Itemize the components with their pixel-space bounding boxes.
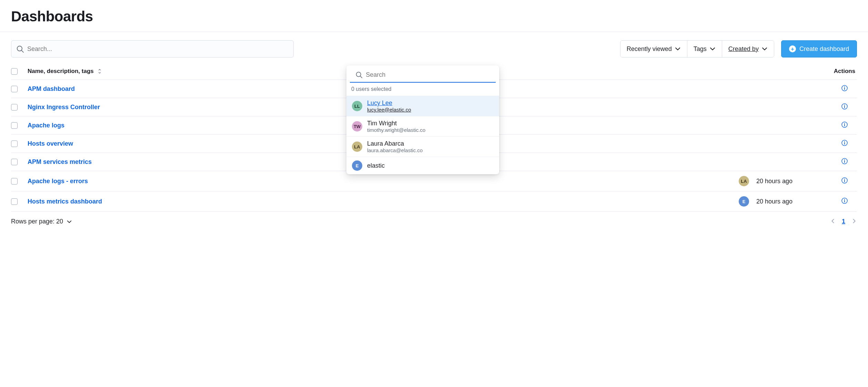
user-name: Tim Wright [367, 120, 425, 127]
info-icon[interactable] [841, 139, 848, 148]
info-icon[interactable] [841, 197, 848, 206]
creator-avatar[interactable]: LA [739, 176, 749, 186]
search-icon [355, 71, 362, 79]
chevron-down-icon [67, 219, 72, 224]
user-email: laura.abarca@elastic.co [367, 147, 423, 153]
create-dashboard-button[interactable]: Create dashboard [781, 40, 857, 57]
search-box[interactable] [11, 40, 294, 57]
page-title: Dashboards [11, 8, 857, 25]
user-option[interactable]: TWTim Wrighttimothy.wright@elastic.co [346, 116, 499, 136]
filter-created-by[interactable]: Created by [722, 41, 774, 57]
page-next[interactable] [851, 218, 857, 225]
row-checkbox[interactable] [11, 178, 18, 185]
popover-search-input[interactable] [366, 71, 490, 79]
info-icon[interactable] [841, 177, 848, 185]
chevron-down-icon [709, 46, 716, 52]
popover-status: 0 users selected [346, 83, 499, 96]
user-email: lucy.lee@elastic.co [367, 107, 411, 113]
info-icon[interactable] [841, 158, 848, 166]
user-option[interactable]: Eelastic [346, 157, 499, 174]
table-row: Hosts metrics dashboardE20 hours ago [11, 191, 857, 212]
updated-time: 20 hours ago [756, 198, 832, 205]
filter-recently-viewed[interactable]: Recently viewed [620, 41, 687, 57]
filter-tags[interactable]: Tags [687, 41, 722, 57]
created-by-popover: 0 users selected LLLucy Leelucy.lee@elas… [346, 65, 499, 174]
info-icon[interactable] [841, 121, 848, 129]
column-header-label: Name, description, tags [28, 68, 94, 75]
dashboard-link[interactable]: APM services metrics [28, 158, 92, 166]
create-button-label: Create dashboard [799, 45, 849, 53]
dashboard-link[interactable]: Hosts metrics dashboard [28, 198, 102, 205]
table-footer: Rows per page: 20 1 [0, 212, 868, 231]
column-actions-header: Actions [832, 68, 857, 75]
filter-label: Created by [728, 45, 759, 53]
page-prev[interactable] [830, 218, 836, 225]
filter-label: Recently viewed [627, 45, 672, 53]
user-name: elastic [367, 162, 385, 169]
filter-label: Tags [694, 45, 707, 53]
user-name: Lucy Lee [367, 100, 411, 107]
creator-avatar[interactable]: E [739, 196, 749, 207]
popover-search[interactable] [350, 67, 496, 83]
page-header: Dashboards [0, 0, 868, 32]
search-input[interactable] [27, 45, 289, 53]
dashboard-link[interactable]: Apache logs [28, 122, 64, 129]
info-icon[interactable] [841, 85, 848, 93]
toolbar: Recently viewed Tags Created by Create d… [0, 32, 868, 63]
rows-per-page-label: Rows per page: 20 [11, 218, 63, 225]
rows-per-page[interactable]: Rows per page: 20 [11, 218, 72, 225]
row-checkbox[interactable] [11, 140, 18, 147]
row-checkbox[interactable] [11, 122, 18, 129]
dashboard-link[interactable]: APM dashboard [28, 85, 75, 93]
select-all-checkbox[interactable] [11, 68, 18, 75]
row-checkbox[interactable] [11, 198, 18, 205]
page-number[interactable]: 1 [842, 218, 845, 225]
user-avatar: LA [352, 142, 362, 152]
sort-icon [97, 68, 103, 74]
dashboard-link[interactable]: Nginx Ingress Controller [28, 104, 100, 111]
filter-group: Recently viewed Tags Created by [620, 40, 774, 57]
dashboard-link[interactable]: Apache logs - errors [28, 178, 88, 185]
user-option[interactable]: LALaura Abarcalaura.abarca@elastic.co [346, 136, 499, 157]
user-email: timothy.wright@elastic.co [367, 127, 425, 133]
row-checkbox[interactable] [11, 104, 18, 111]
pagination: 1 [830, 218, 857, 225]
chevron-down-icon [761, 46, 768, 52]
user-avatar: TW [352, 121, 362, 132]
user-avatar: LL [352, 101, 362, 111]
user-option[interactable]: LLLucy Leelucy.lee@elastic.co [346, 96, 499, 116]
row-checkbox[interactable] [11, 159, 18, 165]
updated-time: 20 hours ago [756, 178, 832, 185]
user-avatar: E [352, 160, 362, 171]
chevron-down-icon [675, 46, 681, 52]
dashboard-link[interactable]: Hosts overview [28, 140, 73, 147]
info-icon[interactable] [841, 103, 848, 111]
search-icon [16, 45, 24, 53]
user-name: Laura Abarca [367, 140, 423, 147]
plus-circle-icon [789, 45, 796, 52]
row-checkbox[interactable] [11, 86, 18, 92]
